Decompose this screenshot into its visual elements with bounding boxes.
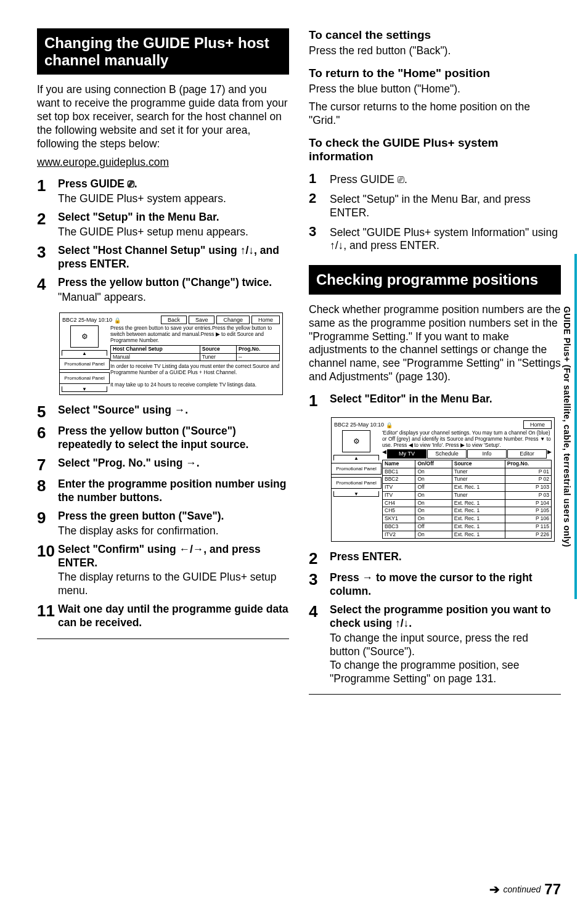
step-num: 9 [37,510,58,526]
step-desc: The GUIDE Plus+ system appears. [58,192,289,206]
down-arrow-icon: ▼ [333,491,379,497]
step-desc: "Manual" appears. [58,291,289,304]
subhead-cancel: To cancel the settings [309,28,561,42]
table-row[interactable]: ITV2OnExt. Rec. 1P 226 [383,531,552,539]
step-title: Enter the programme position number usin… [58,478,289,505]
step-desc: The display asks for confirmation. [58,524,289,538]
tab-editor[interactable]: Editor [507,449,547,458]
step-title: Press the yellow button ("Change") twice… [58,276,289,290]
step-num: 5 [37,404,58,420]
side-tab-label: GUIDE Plus+ (For satellite, cable, terre… [562,306,574,547]
step-num: 1 [309,393,330,409]
shot-btn-save[interactable]: Save [189,316,215,324]
step-title: Select "Confirm" using ←/→, and press EN… [58,543,289,570]
step-num: 3 [309,571,330,587]
shot-btn-change[interactable]: Change [216,316,250,324]
device-icon: ⚙ [70,325,99,348]
host-channel-table: Host Channel SetupSourceProg.No. ManualT… [110,345,280,362]
step-title: Select "Host Channel Setup" using ↑/↓, a… [58,244,289,271]
col-header: Prog.No. [236,345,279,353]
right-tri-icon: ▶ [547,449,552,458]
step-desc: The GUIDE Plus+ setup menu appears. [58,226,289,239]
left-tri-icon: ◀ [382,449,386,458]
step-text: Select "Setup" in the Menu Bar, and pres… [330,193,561,220]
table-row[interactable]: BBC1OnTunerP 01 [383,468,552,476]
divider [309,694,561,695]
table-row[interactable]: CH5OnExt. Rec. 1P 105 [383,507,552,515]
banner-left: Changing the GUIDE Plus+ host channel ma… [37,28,289,75]
table-row[interactable]: ITVOffExt. Rec. 1P 103 [383,484,552,492]
promo-panel: Promotional Panel [59,372,110,384]
col-header: On/Off [415,460,452,468]
intro-right: Check whether programme position numbers… [309,303,561,384]
shot-note: It may take up to 24 hours to receive co… [110,382,280,388]
steps-right-cont: 2Press ENTER. 3Press → to move the curso… [309,550,561,685]
tab-info[interactable]: Info [467,449,507,458]
tab-mytv[interactable]: My TV [387,449,427,458]
shot-btn-back[interactable]: Back [161,316,187,324]
step-num: 1 [309,172,330,186]
cell: -- [236,353,279,361]
promo-panel: Promotional Panel [59,358,110,370]
banner-right: Checking programme positions [309,265,561,295]
step-title: Select the programme position you want t… [330,603,561,630]
step-num: 4 [309,603,330,619]
continued-label: continued [504,884,541,894]
table-row[interactable]: SKY1OnExt. Rec. 1P 106 [383,515,552,523]
check-steps: 1Press GUIDE ⎚. 2Select "Setup" in the M… [309,172,561,253]
arrow-right-icon: ➔ [489,882,500,897]
step-num: 8 [37,478,58,494]
tab-schedule[interactable]: Schedule [427,449,467,458]
table-row[interactable]: BBC2OnTunerP 02 [383,476,552,484]
shot-note: In order to receive TV Listing data you … [110,364,280,376]
device-icon: ⚙ [342,430,370,452]
step-title: Select "Editor" in the Menu Bar. [330,393,561,406]
steps-left: 1Press GUIDE ⎚.The GUIDE Plus+ system ap… [37,177,289,304]
footer: ➔ continued 77 [489,881,561,898]
step-num: 6 [37,425,58,441]
step-num: 11 [37,603,58,619]
steps-right: 1Select "Editor" in the Menu Bar. [309,393,561,409]
body-text: Press the red button ("Back"). [309,44,561,58]
step-num: 2 [309,192,330,205]
step-title: Select "Setup" in the Menu Bar. [58,211,289,224]
side-tab: GUIDE Plus+ (For satellite, cable, terre… [562,254,577,599]
shot-time-label: BBC2 25-May 10:10 [62,317,112,323]
table-row[interactable]: CH4OnExt. Rec. 1P 104 [383,499,552,507]
shot-message: Press the green button to save your entr… [110,325,280,343]
table-row[interactable]: BBC3OffExt. Rec. 1P 115 [383,523,552,531]
shot-btn-home[interactable]: Home [251,316,280,324]
cell: Tuner [200,353,236,361]
body-text: Press the blue button ("Home"). [309,83,561,96]
shot-btn-home[interactable]: Home [523,420,552,429]
step-text: Press GUIDE ⎚. [330,173,561,187]
step-title: Press GUIDE ⎚. [58,177,289,191]
col-header: Host Channel Setup [111,345,200,353]
shot-message: 'Editor' displays your channel settings.… [382,430,552,448]
url-link[interactable]: www.europe.guideplus.com [37,156,289,169]
step-num: 10 [37,543,58,559]
col-header: Name [383,460,415,468]
step-title: Press the green button ("Save"). [58,510,289,523]
step-title: Press the yellow button ("Source") repea… [58,425,289,452]
body-text: The cursor returns to the home position … [309,100,561,128]
intro-left: If you are using connection B (page 17) … [37,83,289,150]
step-title: Select "Source" using →. [58,404,289,417]
step-title: Press ENTER. [330,550,561,564]
step-desc: To change the input source, press the re… [330,632,561,686]
step-title: Select "Prog. No." using →. [58,457,289,470]
screenshot-host-channel-setup: BBC2 25-May 10:10 Back Save Change Home … [59,312,283,395]
shot-time-label: BBC2 25-May 10:10 [334,422,384,428]
page-number: 77 [544,881,561,898]
promo-panel: Promotional Panel [331,477,382,489]
promo-panel: Promotional Panel [331,463,382,475]
col-header: Prog.No. [505,460,551,468]
step-num: 3 [309,225,330,239]
up-arrow-icon: ▲ [333,455,379,460]
down-arrow-icon: ▼ [62,386,107,392]
step-desc: The display returns to the GUIDE Plus+ s… [58,571,289,598]
step-num: 1 [37,177,58,194]
table-row[interactable]: ITVOnTunerP 03 [383,491,552,499]
editor-table: Name On/Off Source Prog.No. BBC1OnTunerP… [382,460,552,539]
lock-icon [386,422,393,428]
